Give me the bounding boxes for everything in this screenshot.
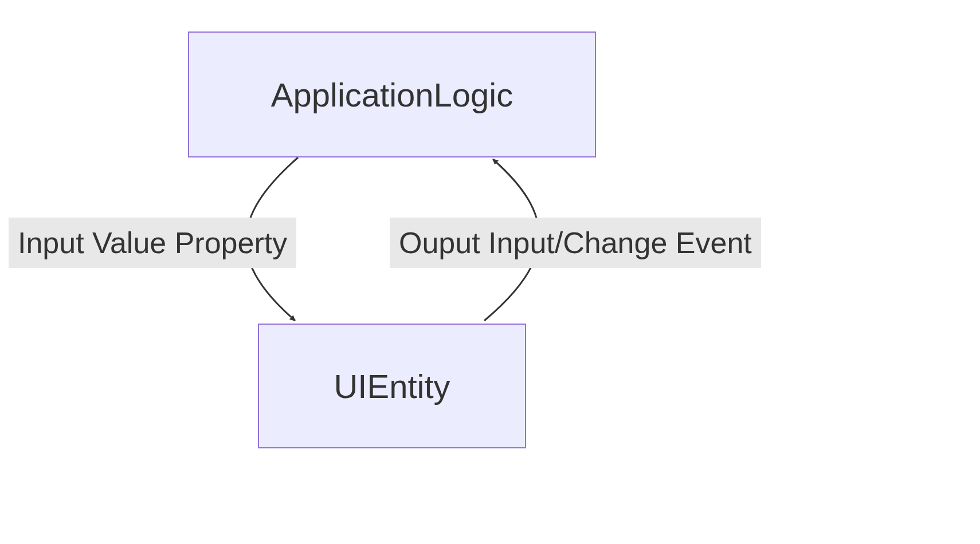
node-application-logic: ApplicationLogic — [188, 31, 596, 157]
edge-label-output-change-text: Ouput Input/Change Event — [399, 226, 752, 259]
node-ui-entity: UIEntity — [258, 324, 526, 448]
node-application-logic-label: ApplicationLogic — [271, 76, 513, 114]
edge-label-output-change: Ouput Input/Change Event — [390, 218, 761, 268]
edge-label-input-value-text: Input Value Property — [18, 226, 287, 259]
node-ui-entity-label: UIEntity — [334, 367, 450, 405]
edge-label-input-value: Input Value Property — [9, 218, 296, 268]
